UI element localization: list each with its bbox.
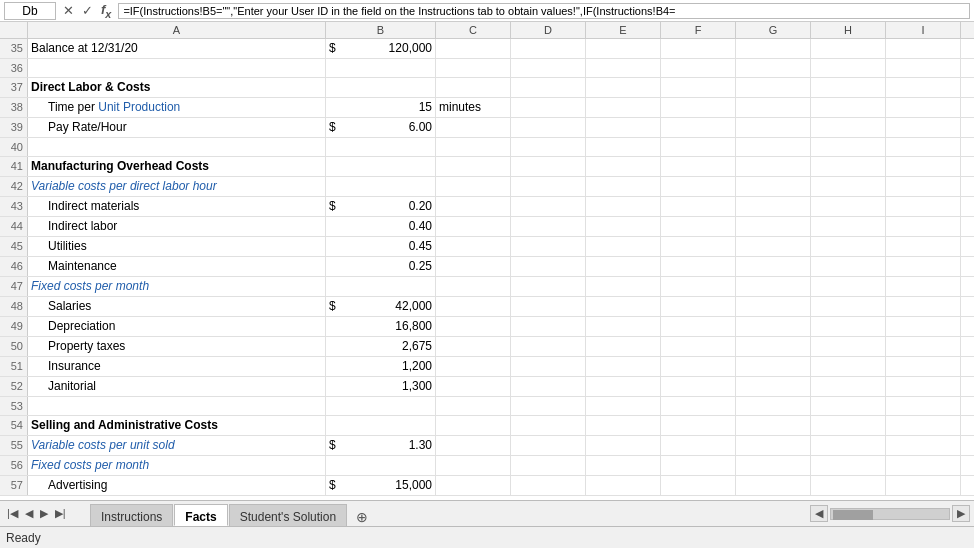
cell-c[interactable] [436,118,511,137]
cell-b[interactable]: 15 [326,98,436,117]
cell-i[interactable] [886,217,961,236]
cell-j[interactable] [961,277,974,296]
cell-b[interactable]: 0.45 [326,237,436,256]
cell-d[interactable] [511,416,586,435]
cell-i[interactable] [886,456,961,475]
cell-d[interactable] [511,118,586,137]
cell-j[interactable] [961,177,974,196]
cell-d[interactable] [511,257,586,276]
cell-i[interactable] [886,78,961,97]
cell-a[interactable]: Direct Labor & Costs [28,78,326,97]
cell-d[interactable] [511,138,586,156]
cell-g[interactable] [736,157,811,176]
cell-g[interactable] [736,197,811,216]
cell-f[interactable] [661,177,736,196]
cell-f[interactable] [661,59,736,77]
cell-h[interactable] [811,317,886,336]
cell-i[interactable] [886,237,961,256]
cell-g[interactable] [736,436,811,455]
cell-c[interactable] [436,377,511,396]
cell-g[interactable] [736,357,811,376]
cell-e[interactable] [586,217,661,236]
col-header-i[interactable]: I [886,22,961,38]
col-header-c[interactable]: C [436,22,511,38]
cell-i[interactable] [886,59,961,77]
cell-f[interactable] [661,257,736,276]
cell-h[interactable] [811,456,886,475]
cell-g[interactable] [736,377,811,396]
cell-c[interactable] [436,436,511,455]
cell-h[interactable] [811,98,886,117]
cell-g[interactable] [736,337,811,356]
cell-i[interactable] [886,118,961,137]
cell-b[interactable] [326,78,436,97]
cell-a[interactable]: Depreciation [28,317,326,336]
col-header-d[interactable]: D [511,22,586,38]
cell-d[interactable] [511,456,586,475]
cell-d[interactable] [511,78,586,97]
cell-a[interactable]: Variable costs per unit sold [28,436,326,455]
cell-g[interactable] [736,118,811,137]
cell-j[interactable] [961,416,974,435]
col-header-b[interactable]: B [326,22,436,38]
cell-h[interactable] [811,78,886,97]
cell-j[interactable] [961,397,974,415]
cell-a[interactable] [28,397,326,415]
cell-b[interactable] [326,157,436,176]
cell-e[interactable] [586,416,661,435]
cell-g[interactable] [736,39,811,58]
cell-j[interactable] [961,217,974,236]
cell-c[interactable]: minutes [436,98,511,117]
sheet-tab[interactable]: Student's Solution [229,504,347,526]
cell-c[interactable] [436,157,511,176]
cell-g[interactable] [736,217,811,236]
cell-f[interactable] [661,337,736,356]
cell-f[interactable] [661,197,736,216]
cell-f[interactable] [661,416,736,435]
cell-e[interactable] [586,98,661,117]
cell-b[interactable]: $120,000 [326,39,436,58]
cell-j[interactable] [961,78,974,97]
tab-first-btn[interactable]: |◀ [4,507,21,520]
cell-i[interactable] [886,476,961,495]
cell-b[interactable]: 0.25 [326,257,436,276]
cell-c[interactable] [436,217,511,236]
col-header-a[interactable]: A [28,22,326,38]
cell-d[interactable] [511,357,586,376]
cell-e[interactable] [586,337,661,356]
cell-f[interactable] [661,78,736,97]
cell-d[interactable] [511,436,586,455]
cell-h[interactable] [811,436,886,455]
cell-d[interactable] [511,277,586,296]
cell-f[interactable] [661,217,736,236]
cell-b[interactable] [326,177,436,196]
cell-c[interactable] [436,337,511,356]
cell-f[interactable] [661,297,736,316]
cell-a[interactable]: Salaries [28,297,326,316]
cell-d[interactable] [511,317,586,336]
cell-b[interactable]: 0.40 [326,217,436,236]
cell-i[interactable] [886,416,961,435]
cell-e[interactable] [586,257,661,276]
cell-a[interactable]: Variable costs per direct labor hour [28,177,326,196]
cell-i[interactable] [886,357,961,376]
cell-d[interactable] [511,397,586,415]
cell-g[interactable] [736,177,811,196]
cell-c[interactable] [436,416,511,435]
cell-h[interactable] [811,357,886,376]
cell-f[interactable] [661,118,736,137]
cell-h[interactable] [811,157,886,176]
cell-b[interactable] [326,416,436,435]
cell-c[interactable] [436,317,511,336]
cell-a[interactable]: Janitorial [28,377,326,396]
cell-g[interactable] [736,277,811,296]
cell-a[interactable]: Fixed costs per month [28,456,326,475]
sheet-tab[interactable]: Facts [174,504,227,526]
col-header-g[interactable]: G [736,22,811,38]
cell-h[interactable] [811,277,886,296]
cell-e[interactable] [586,357,661,376]
cell-c[interactable] [436,197,511,216]
cell-a[interactable]: Indirect labor [28,217,326,236]
cell-f[interactable] [661,317,736,336]
cell-b[interactable] [326,456,436,475]
